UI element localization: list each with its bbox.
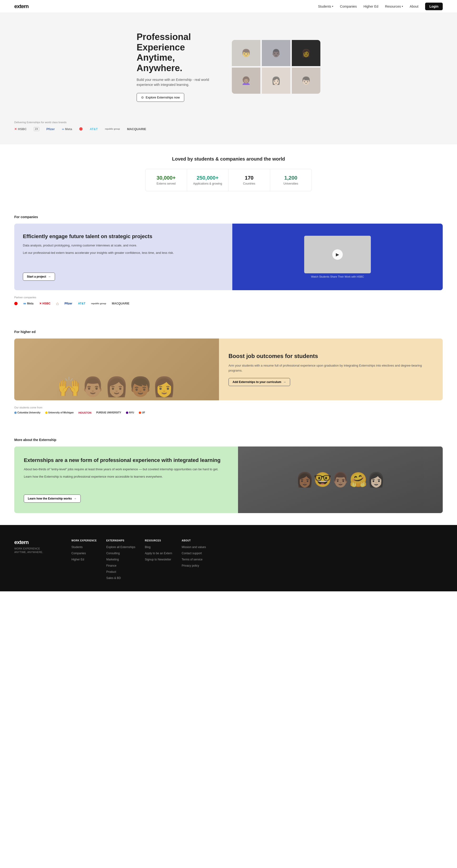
partner-meta: ∞ Meta	[23, 301, 34, 306]
list-item: Consulting	[106, 551, 135, 555]
hero-section: Professional Experience Anytime, Anywher…	[0, 13, 457, 116]
footer-tagline: WORK EXPERIENCEANYTIME, ANYWHERE.	[14, 547, 57, 554]
nav-links: Students ▾ Companies Higher Ed Resources…	[318, 3, 443, 10]
higher-ed-image: 🙌👨🏽👩🏽👦🏾👩	[14, 339, 219, 400]
higher-ed-section: For higher ed 🙌👨🏽👩🏽👦🏾👩 Boost job outcome…	[0, 318, 457, 426]
brand-macquarie: MACQUARIE	[127, 127, 146, 131]
uni-purdue: PURDUE UNIVERSITY	[96, 411, 121, 414]
nav-about[interactable]: About	[410, 4, 419, 8]
more-about-section: More about the Externship Externships ar…	[0, 426, 457, 525]
start-project-button[interactable]: Start a project →	[23, 273, 55, 281]
hero-image-2: 👨🏿	[262, 40, 290, 66]
footer-columns: Work Experience Students Companies Highe…	[72, 539, 443, 582]
hero-grid: 👦 👨🏿 👩 👩🏽‍🦱 👩🏻 👦🏻	[232, 40, 320, 94]
video-caption: Watch Students Share Their Work with HSB…	[311, 275, 364, 278]
partner-homelogo: ⌂	[56, 301, 59, 306]
partner-logo-circle	[14, 302, 18, 305]
higher-ed-card: 🙌👨🏽👩🏽👦🏾👩 Boost job outcomes for students…	[14, 339, 443, 400]
hero-text: Professional Experience Anytime, Anywher…	[137, 32, 218, 102]
nav-companies[interactable]: Companies	[340, 4, 357, 8]
hero-image-4: 👩🏽‍🦱	[232, 67, 260, 94]
companies-section: For companies Efficiently engage future …	[0, 203, 457, 318]
more-about-desc1: About two-thirds of "entry-level" jobs r…	[24, 467, 229, 472]
brand-meta: ∞ Meta	[62, 127, 72, 131]
stat-number-countries: 170	[232, 175, 266, 181]
stat-label-countries: Countries	[232, 182, 266, 185]
uni-houston: Houston	[78, 411, 91, 414]
more-about-label: More about the Externship	[14, 438, 443, 442]
partner-republic: republic group	[91, 302, 106, 305]
higher-ed-desc: Arm your students with a resume full of …	[229, 363, 433, 373]
more-about-image: 👩🏾🤓👨🏽🤗👩🏻	[238, 446, 443, 513]
partner-pfizer: Pfizer	[64, 302, 73, 305]
partner-att: AT&T	[78, 302, 85, 305]
learn-externship-button[interactable]: Learn how the Externship works →	[24, 495, 81, 503]
list-item: Contact support	[181, 551, 206, 555]
companies-section-label: For companies	[14, 215, 443, 219]
partner-logos: ∞ Meta ✕ HSBC ⌂ Pfizer AT&T republic gro…	[14, 301, 443, 306]
footer-col-externships: Externships Explore all Externships Cons…	[106, 539, 135, 582]
hero-title: Professional Experience Anytime, Anywher…	[137, 32, 218, 73]
stat-number-applications: 250,000+	[191, 175, 225, 181]
nav-students[interactable]: Students ▾	[318, 4, 333, 8]
more-about-card: Externships are a new form of profession…	[14, 446, 443, 513]
explore-externships-button[interactable]: ⊙ Explore Externships now	[137, 93, 184, 102]
company-card-desc1: Data analysis, product prototyping, runn…	[23, 243, 224, 248]
chevron-down-icon: ▾	[402, 5, 403, 8]
login-button[interactable]: Login	[425, 3, 443, 10]
hero-subtitle: Build your resume with an Externship - r…	[137, 77, 218, 87]
more-about-title: Externships are a new form of profession…	[24, 457, 229, 464]
company-card-right: ▶ Watch Students Share Their Work with H…	[232, 224, 443, 290]
play-button[interactable]: ▶	[332, 249, 343, 260]
group-photo: 👩🏾🤓👨🏽🤗👩🏻	[238, 446, 443, 513]
chevron-down-icon: ▾	[332, 5, 333, 8]
uni-michigan: University of Michigan	[45, 411, 74, 414]
more-about-desc2: Learn how the Externship is making profe…	[24, 474, 229, 479]
company-card-desc2: Let our professional-led extern teams ac…	[23, 250, 224, 255]
list-item: Explore all Externships	[106, 545, 135, 549]
stat-label-applications: Applications & growing	[191, 182, 225, 185]
nav-higher-ed[interactable]: Higher Ed	[364, 4, 378, 8]
list-item: Sales & BD	[106, 576, 135, 580]
footer-col-work: Work Experience Students Companies Highe…	[72, 539, 97, 582]
people-group-icon: 🙌👨🏽👩🏽👦🏾👩	[14, 339, 219, 400]
uni-columbia: Columbia University	[14, 411, 40, 414]
footer-brand: extern WORK EXPERIENCEANYTIME, ANYWHERE.	[14, 539, 57, 582]
brands-logos: ✕ HSBC ZX Pfizer ∞ Meta AT&T republic gr…	[14, 127, 443, 131]
stat-countries: 170 Countries	[229, 169, 270, 191]
list-item: Mission and values	[181, 545, 206, 549]
university-logos: Columbia University University of Michig…	[14, 411, 443, 414]
brands-label: Delivering Externships for world class b…	[14, 121, 443, 124]
list-item: Marketing	[106, 557, 135, 561]
uni-florida: UF	[139, 411, 145, 414]
add-externships-button[interactable]: Add Externships to your curriculum →	[229, 378, 290, 386]
nav-logo[interactable]: extern	[14, 3, 29, 9]
stats-heading: Loved by students & companies around the…	[14, 156, 443, 162]
hero-image-6: 👦🏻	[292, 67, 320, 94]
nav-resources[interactable]: Resources ▾	[385, 4, 403, 8]
stats-grid: 30,000+ Externs served 250,000+ Applicat…	[145, 169, 312, 191]
partner-macquarie: MACQUARIE	[112, 302, 130, 305]
list-item: Signup to Newsletter	[145, 557, 172, 561]
navbar: extern Students ▾ Companies Higher Ed Re…	[0, 0, 457, 13]
stat-number-universities: 1,200	[274, 175, 308, 181]
footer-col-resources: Resources Blog Apply to be an Extern Sig…	[145, 539, 172, 582]
stat-number-externs: 30,000+	[149, 175, 183, 181]
arrow-right-icon: →	[74, 497, 77, 500]
stat-universities: 1,200 Universities	[270, 169, 312, 191]
video-player[interactable]: ▶	[304, 236, 371, 273]
list-item: Apply to be an Extern	[145, 551, 172, 555]
students-label: Our students come from	[14, 406, 443, 409]
stat-label-externs: Externs served	[149, 182, 183, 185]
higher-ed-right: Boost job outcomes for students Arm your…	[219, 339, 443, 400]
brand-att: AT&T	[90, 127, 98, 131]
higher-ed-title: Boost job outcomes for students	[229, 353, 433, 360]
stats-section: Loved by students & companies around the…	[0, 145, 457, 203]
stat-label-universities: Universities	[274, 182, 308, 185]
list-item: Terms of service	[181, 557, 206, 561]
brand-pfizer: Pfizer	[47, 127, 55, 131]
list-item: Students	[72, 545, 97, 549]
list-item: Finance	[106, 563, 135, 567]
arrow-right-icon: →	[48, 275, 51, 278]
footer-col-about: About Mission and values Contact support…	[181, 539, 206, 582]
